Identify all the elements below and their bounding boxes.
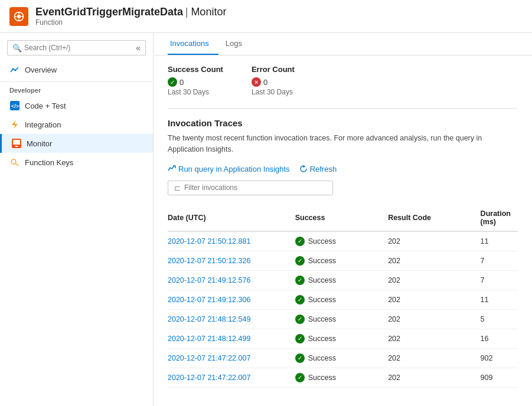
date-link[interactable]: 2020-12-07 21:49:12.576 [168, 276, 250, 284]
svg-point-14 [11, 159, 16, 164]
error-x-icon: ✕ [252, 77, 261, 87]
cell-duration: 909 [481, 368, 518, 387]
sidebar-section-developer: Developer [0, 81, 153, 96]
success-check-icon: ✓ [168, 77, 177, 87]
success-row-icon: ✓ [295, 353, 305, 363]
cell-success: ✓ Success [295, 231, 388, 251]
refresh-link[interactable]: Refresh [299, 165, 337, 173]
cell-date: 2020-12-07 21:48:12.499 [168, 329, 295, 348]
tab-invocations[interactable]: Invocations [168, 33, 218, 55]
sidebar-item-label: Function Keys [25, 158, 73, 167]
main-content: Invocations Logs Success Count ✓ 0 Last … [154, 33, 532, 406]
search-input[interactable] [24, 44, 136, 52]
sidebar-item-function-keys[interactable]: Function Keys [0, 153, 153, 172]
col-success: Success [295, 205, 388, 231]
table-header: Date (UTC) Success Result Code Duration … [168, 205, 518, 231]
sidebar-item-label: Overview [25, 66, 57, 74]
actions-row: Run query in Application Insights Refres… [168, 165, 518, 173]
svg-rect-12 [13, 140, 20, 145]
svg-marker-10 [12, 120, 18, 129]
date-link[interactable]: 2020-12-07 21:50:12.326 [168, 257, 250, 265]
content-area: Success Count ✓ 0 Last 30 Days Error Cou… [154, 65, 532, 388]
date-link[interactable]: 2020-12-07 21:47:22.007 [168, 374, 250, 382]
date-link[interactable]: 2020-12-07 21:48:12.549 [168, 315, 250, 323]
tab-logs[interactable]: Logs [223, 33, 252, 55]
error-count-value: ✕ 0 [252, 77, 295, 87]
table-row: 2020-12-07 21:47:22.007 ✓ Success 202 90… [168, 368, 518, 387]
cell-duration: 11 [481, 290, 518, 309]
success-row-icon: ✓ [295, 256, 305, 266]
success-count-value: ✓ 0 [168, 77, 223, 87]
run-query-link[interactable]: Run query in Application Insights [168, 165, 290, 173]
svg-line-15 [15, 163, 19, 166]
key-icon [9, 157, 20, 168]
cell-date: 2020-12-07 21:50:12.881 [168, 231, 295, 251]
svg-point-1 [17, 14, 21, 18]
sidebar-item-integration[interactable]: Integration [0, 115, 153, 134]
success-count-label: Success Count [168, 65, 223, 74]
date-link[interactable]: 2020-12-07 21:48:12.499 [168, 335, 250, 343]
sidebar: 🔍 « Overview Developer </> Co [0, 33, 154, 406]
app-icon [9, 7, 28, 26]
table-row: 2020-12-07 21:48:12.499 ✓ Success 202 16 [168, 329, 518, 348]
cell-date: 2020-12-07 21:47:22.007 [168, 368, 295, 387]
cell-result-code: 202 [388, 348, 480, 368]
cell-success: ✓ Success [295, 329, 388, 348]
col-result-code: Result Code [388, 205, 480, 231]
cell-result-code: 202 [388, 309, 480, 329]
cell-date: 2020-12-07 21:49:12.576 [168, 270, 295, 290]
col-date: Date (UTC) [168, 205, 295, 231]
table-row: 2020-12-07 21:50:12.326 ✓ Success 202 7 [168, 251, 518, 270]
col-duration: Duration (ms) [481, 205, 518, 231]
filter-input[interactable] [184, 184, 327, 192]
date-link[interactable]: 2020-12-07 21:50:12.881 [168, 237, 250, 245]
cell-duration: 11 [481, 231, 518, 251]
success-row-icon: ✓ [295, 373, 305, 382]
refresh-icon [299, 165, 308, 173]
cell-success: ✓ Success [295, 251, 388, 270]
cell-result-code: 202 [388, 231, 480, 251]
cell-result-code: 202 [388, 329, 480, 348]
success-row-icon: ✓ [295, 334, 305, 343]
query-icon [168, 165, 176, 173]
cell-duration: 16 [481, 329, 518, 348]
sidebar-item-code-test[interactable]: </> Code + Test [0, 96, 153, 115]
header-text: EventGridTriggerMigrateData | Monitor Fu… [35, 6, 226, 27]
success-count-block: Success Count ✓ 0 Last 30 Days [168, 65, 223, 96]
success-row-icon: ✓ [295, 237, 305, 246]
success-row-icon: ✓ [295, 295, 305, 304]
search-icon: 🔍 [12, 44, 22, 53]
filter-icon: ⊏ [174, 184, 181, 192]
date-link[interactable]: 2020-12-07 21:47:22.007 [168, 354, 250, 362]
sidebar-item-overview[interactable]: Overview [0, 60, 153, 79]
error-count-block: Error Count ✕ 0 Last 30 Days [252, 65, 295, 96]
success-row-icon: ✓ [295, 276, 305, 285]
table-row: 2020-12-07 21:49:12.306 ✓ Success 202 11 [168, 290, 518, 309]
stats-row: Success Count ✓ 0 Last 30 Days Error Cou… [168, 65, 518, 96]
date-link[interactable]: 2020-12-07 21:49:12.306 [168, 296, 250, 304]
cell-duration: 7 [481, 251, 518, 270]
tab-bar: Invocations Logs [154, 33, 532, 55]
table-row: 2020-12-07 21:49:12.576 ✓ Success 202 7 [168, 270, 518, 290]
cell-result-code: 202 [388, 270, 480, 290]
sidebar-item-monitor[interactable]: Monitor [0, 134, 153, 153]
collapse-button[interactable]: « [136, 43, 141, 53]
svg-text:</>: </> [11, 103, 19, 109]
table-body: 2020-12-07 21:50:12.881 ✓ Success 202 11… [168, 231, 518, 388]
cell-success: ✓ Success [295, 309, 388, 329]
filter-box[interactable]: ⊏ [168, 181, 333, 195]
cell-result-code: 202 [388, 368, 480, 387]
code-icon: </> [9, 100, 20, 111]
header-subtitle: Function [35, 18, 226, 27]
table-row: 2020-12-07 21:48:12.549 ✓ Success 202 5 [168, 309, 518, 329]
cell-date: 2020-12-07 21:50:12.326 [168, 251, 295, 270]
sidebar-item-label: Code + Test [25, 102, 66, 110]
monitor-icon [11, 138, 22, 149]
error-period: Last 30 Days [252, 88, 295, 96]
cell-success: ✓ Success [295, 368, 388, 387]
error-count-label: Error Count [252, 65, 295, 74]
cell-result-code: 202 [388, 290, 480, 309]
search-box[interactable]: 🔍 « [7, 40, 146, 55]
svg-point-7 [15, 70, 17, 71]
cell-duration: 7 [481, 270, 518, 290]
